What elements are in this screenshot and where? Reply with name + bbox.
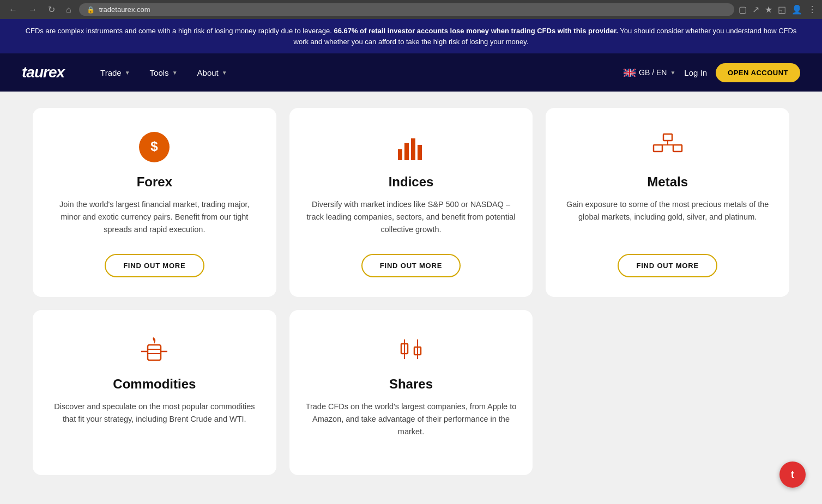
tools-chevron: ▼	[172, 70, 178, 76]
commodities-card: Commodities Discover and speculate on th…	[33, 310, 276, 476]
url-text: tradetaurex.com	[99, 5, 150, 14]
risk-text-normal: CFDs are complex instruments and come wi…	[26, 27, 334, 35]
shares-icon	[394, 332, 428, 367]
forex-desc: Join the world's largest financial marke…	[49, 198, 260, 236]
about-chevron: ▼	[222, 70, 227, 76]
metals-title: Metals	[647, 174, 688, 190]
share-icon[interactable]: ↗	[752, 4, 759, 15]
cards-row-2: Commodities Discover and speculate on th…	[33, 310, 789, 476]
nav-right: GB / EN ▼ Log In OPEN ACCOUNT	[624, 63, 800, 82]
nav-trade[interactable]: Trade ▼	[92, 64, 139, 82]
trade-chevron: ▼	[125, 70, 130, 76]
svg-rect-6	[418, 145, 422, 160]
lock-icon: 🔒	[87, 6, 95, 14]
shares-desc: Trade CFDs on the world's largest compan…	[306, 400, 517, 439]
shares-card: Shares Trade CFDs on the world's largest…	[289, 310, 533, 476]
cards-row2-empty	[546, 310, 789, 476]
nav-open-account-button[interactable]: OPEN ACCOUNT	[716, 63, 800, 82]
forex-icon: $	[137, 130, 172, 165]
browser-action-icons: ▢ ↗ ★ ◱ 👤 ⋮	[739, 4, 817, 15]
browser-chrome: ← → ↻ ⌂ 🔒 tradetaurex.com ▢ ↗ ★ ◱ 👤 ⋮	[0, 0, 822, 19]
forward-button[interactable]: →	[25, 4, 40, 16]
nav-tools[interactable]: Tools ▼	[141, 64, 186, 82]
svg-rect-4	[404, 143, 409, 160]
forex-title: Forex	[137, 174, 172, 190]
indices-card: Indices Diversify with market indices li…	[289, 108, 533, 297]
indices-find-out-more-button[interactable]: FIND OUT MORE	[361, 254, 461, 277]
svg-text:$: $	[151, 139, 159, 154]
region-chevron: ▼	[670, 70, 675, 76]
floating-chat-button[interactable]: t	[779, 462, 806, 488]
uk-flag-icon	[624, 69, 636, 77]
risk-text-bold: 66.67% of retail investor accounts lose …	[334, 27, 618, 35]
profile-icon[interactable]: 👤	[791, 4, 802, 15]
svg-rect-9	[673, 145, 682, 151]
back-button[interactable]: ←	[5, 4, 21, 16]
reload-button[interactable]: ↻	[45, 3, 58, 16]
metals-card: Metals Gain exposure to some of the most…	[546, 108, 789, 297]
page-content: $ Forex Join the world's largest financi…	[0, 92, 822, 491]
main-nav: taurex Trade ▼ Tools ▼ About ▼ GB / EN ▼	[0, 53, 822, 92]
indices-icon	[394, 130, 428, 165]
commodities-icon	[137, 332, 172, 367]
menu-icon[interactable]: ⋮	[808, 4, 817, 15]
indices-title: Indices	[389, 174, 434, 190]
bookmark-icon[interactable]: ★	[765, 4, 772, 15]
metals-desc: Gain exposure to some of the most precio…	[562, 198, 773, 236]
commodities-desc: Discover and speculate on the most popul…	[49, 400, 260, 439]
svg-rect-3	[398, 149, 402, 160]
forex-find-out-more-button[interactable]: FIND OUT MORE	[105, 254, 204, 277]
nav-logo[interactable]: taurex	[22, 64, 64, 81]
svg-rect-8	[654, 145, 662, 151]
nav-login-link[interactable]: Log In	[684, 68, 707, 77]
address-bar[interactable]: 🔒 tradetaurex.com	[79, 3, 734, 16]
svg-rect-13	[148, 345, 161, 360]
nav-region-selector[interactable]: GB / EN ▼	[624, 68, 675, 77]
risk-banner: CFDs are complex instruments and come wi…	[0, 19, 822, 53]
cast-icon[interactable]: ▢	[739, 4, 747, 15]
region-label: GB / EN	[639, 68, 667, 77]
nav-links: Trade ▼ Tools ▼ About ▼	[92, 64, 624, 82]
nav-about[interactable]: About ▼	[189, 64, 236, 82]
svg-rect-5	[411, 138, 415, 160]
home-button[interactable]: ⌂	[63, 4, 75, 16]
commodities-title: Commodities	[113, 377, 196, 392]
forex-card: $ Forex Join the world's largest financi…	[33, 108, 276, 297]
metals-icon	[650, 130, 685, 165]
indices-desc: Diversify with market indices like S&P 5…	[306, 198, 517, 236]
shares-title: Shares	[389, 377, 433, 392]
svg-rect-7	[663, 134, 672, 141]
cards-row-1: $ Forex Join the world's largest financi…	[33, 108, 789, 297]
extensions-icon[interactable]: ◱	[778, 4, 786, 15]
metals-find-out-more-button[interactable]: FIND OUT MORE	[618, 254, 717, 277]
